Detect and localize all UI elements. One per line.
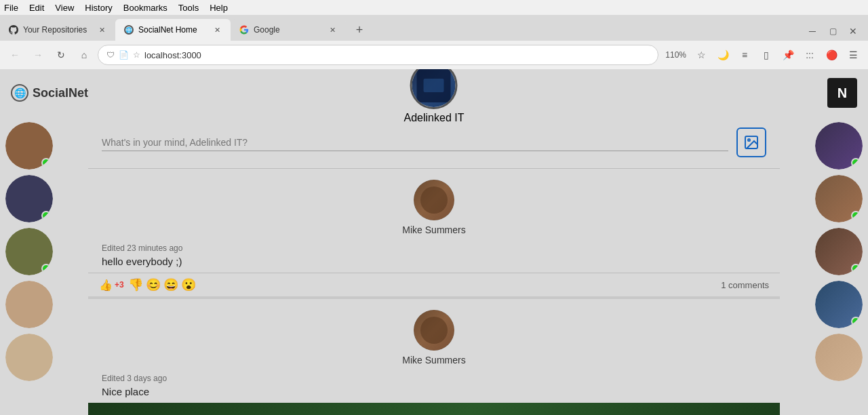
post-2-avatar[interactable] — [414, 310, 454, 351]
post-2-text: Nice place — [102, 386, 766, 397]
post-2-image — [88, 403, 780, 415]
tab-bar: Your Repositories ✕ 🌐 SocialNet Home ✕ G… — [0, 15, 868, 41]
post-2-body: Edited 3 days ago Nice place — [88, 371, 780, 403]
online-indicator-3 — [41, 264, 51, 273]
tab-socialnet[interactable]: 🌐 SocialNet Home ✕ — [115, 19, 231, 41]
post-1-actions: 👍 +3 👎 😊 😄 😮 1 comments — [88, 273, 780, 296]
sidebar-right-avatar-3[interactable] — [815, 228, 863, 275]
post-2-header: Mike Summers — [88, 299, 780, 371]
new-tab-button[interactable]: + — [349, 19, 370, 41]
sidebar-left-avatar-5[interactable] — [5, 334, 53, 381]
menu-bookmarks[interactable]: Bookmarks — [123, 3, 167, 13]
laugh-icon[interactable]: 😄 — [163, 277, 178, 292]
socialnet-logo-text: SocialNet — [33, 86, 88, 100]
menu-tools[interactable]: Tools — [178, 3, 199, 13]
toolbar-icons: 110% ☆ 🌙 ≡ ▯ 📌 ::: 🔴 ☰ — [663, 45, 863, 64]
tab-repositories[interactable]: Your Repositories ✕ — [0, 19, 115, 41]
compose-box — [88, 117, 780, 169]
socialnet-logo: 🌐 SocialNet — [11, 84, 88, 102]
home-button[interactable]: ⌂ — [75, 45, 94, 64]
reading-list-icon[interactable]: ≡ — [735, 45, 754, 64]
sidebar-right — [780, 117, 868, 415]
tab-google[interactable]: Google ✕ — [231, 19, 346, 41]
sidebar-right-avatar-4[interactable] — [815, 281, 863, 328]
url-protocol-icon: 📄 — [119, 50, 129, 60]
menu-file[interactable]: File — [4, 3, 18, 13]
grid-icon[interactable]: ::: — [800, 45, 819, 64]
bookmark-star-icon[interactable]: ☆ — [692, 45, 711, 64]
online-indicator-2 — [41, 211, 51, 220]
socialnet-favicon: 🌐 — [123, 24, 134, 35]
online-indicator-1 — [41, 158, 51, 167]
right-online-indicator-3 — [851, 264, 861, 273]
security-icon: 🛡 — [106, 50, 115, 60]
browser-frame: File Edit View History Bookmarks Tools H… — [0, 0, 868, 415]
menu-help[interactable]: Help — [210, 3, 228, 13]
post-1-text: hello everybody ;) — [102, 256, 766, 267]
post-1: Mike Summers Edited 23 minutes ago hello… — [88, 169, 780, 296]
refresh-button[interactable]: ↻ — [52, 45, 71, 64]
post-1-edited: Edited 23 minutes ago — [102, 243, 766, 253]
maximize-button[interactable]: ▢ — [823, 22, 842, 41]
zoom-level: 110% — [663, 50, 689, 60]
minimize-button[interactable]: ─ — [803, 22, 822, 41]
compose-input[interactable] — [102, 134, 728, 151]
url-text[interactable]: localhost:3000 — [144, 50, 650, 60]
github-icon — [8, 24, 19, 35]
close-window-button[interactable]: ✕ — [844, 22, 863, 41]
globe-icon: 🌐 — [11, 84, 28, 102]
right-online-indicator-4 — [851, 317, 861, 326]
sidebar-left-avatar-1[interactable] — [5, 122, 53, 170]
sidebar-right-avatar-1[interactable] — [815, 122, 863, 170]
notifications-icon: N — [837, 85, 847, 101]
attach-image-button[interactable] — [736, 127, 766, 157]
thumbs-down-icon[interactable]: 👎 — [128, 277, 143, 292]
header-profile-name: Adelinked IT — [404, 112, 465, 124]
sidebar-left — [0, 117, 88, 415]
post-2-author: Mike Summers — [402, 355, 465, 365]
url-bar[interactable]: 🛡 📄 ☆ localhost:3000 — [98, 45, 658, 65]
post-1-avatar[interactable] — [414, 180, 454, 220]
tab-google-close[interactable]: ✕ — [327, 24, 338, 35]
forward-button[interactable]: → — [28, 45, 47, 64]
address-bar: ← → ↻ ⌂ 🛡 📄 ☆ localhost:3000 110% ☆ 🌙 ≡ … — [0, 41, 868, 69]
pin-icon[interactable]: 📌 — [778, 45, 797, 64]
surprised-icon[interactable]: 😮 — [181, 277, 196, 292]
right-online-indicator-1 — [851, 158, 861, 167]
smile-icon[interactable]: 😊 — [146, 277, 161, 292]
feed: Mike Summers Edited 23 minutes ago hello… — [88, 117, 780, 415]
sidebar-right-avatar-2[interactable] — [815, 175, 863, 222]
back-button[interactable]: ← — [5, 45, 24, 64]
socialnet-header: 🌐 SocialNet Adelinked IT N — [0, 69, 868, 117]
notifications-button[interactable]: N — [827, 78, 857, 108]
sidebar-left-avatar-2[interactable] — [5, 175, 53, 222]
google-favicon — [239, 24, 250, 35]
tab-socialnet-close[interactable]: ✕ — [212, 24, 222, 35]
sidebar-left-avatar-3[interactable] — [5, 228, 53, 275]
menu-view[interactable]: View — [55, 3, 74, 13]
extension-icon[interactable]: 🔴 — [822, 45, 841, 64]
header-avatar[interactable] — [410, 69, 458, 109]
reaction-count: +3 — [115, 280, 124, 290]
post-1-body: Edited 23 minutes ago hello everybody ;) — [88, 241, 780, 273]
post-1-author: Mike Summers — [402, 224, 465, 235]
thumbs-up-icon: 👍 — [99, 279, 113, 292]
header-profile: Adelinked IT — [404, 69, 465, 124]
socialnet-main: Mike Summers Edited 23 minutes ago hello… — [0, 117, 868, 415]
menu-history[interactable]: History — [85, 3, 112, 13]
post-2: Mike Summers Edited 3 days ago Nice plac… — [88, 299, 780, 415]
menu-icon[interactable]: ☰ — [844, 45, 863, 64]
menu-edit[interactable]: Edit — [29, 3, 44, 13]
right-online-indicator-2 — [851, 211, 861, 220]
tab-repositories-close[interactable]: ✕ — [96, 24, 107, 35]
thumbs-up-button[interactable]: 👍 +3 — [99, 279, 124, 292]
header-right: N — [827, 78, 857, 108]
page-content: 🌐 SocialNet Adelinked IT N — [0, 69, 868, 415]
sidebar-left-avatar-4[interactable] — [5, 281, 53, 328]
sidebar-toggle-icon[interactable]: ▯ — [757, 45, 776, 64]
tab-repositories-title: Your Repositories — [23, 25, 92, 35]
comment-count[interactable]: 1 comments — [721, 280, 769, 290]
pocket-icon[interactable]: 🌙 — [713, 45, 732, 64]
sidebar-right-avatar-5[interactable] — [815, 334, 863, 381]
tab-socialnet-title: SocialNet Home — [138, 25, 208, 35]
